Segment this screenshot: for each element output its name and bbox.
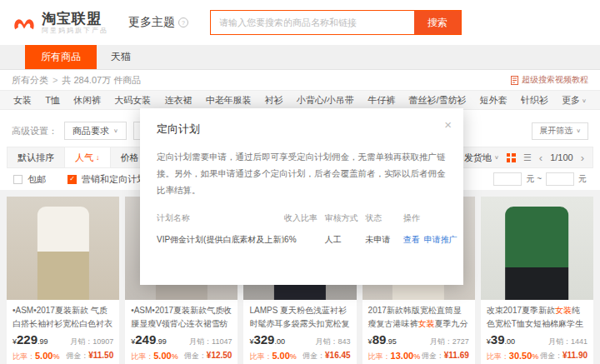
product-title[interactable]: LAMPS 夏天粉色浅蓝衬衫 时髦赤耳多袋露头扣宽松复古长袖上衣女装 bbox=[243, 300, 356, 330]
breadcrumb: 所有分类 > 共 284.07万 件商品 超级搜索视频教程 bbox=[0, 70, 600, 90]
product-price-row: ¥39.00 月销：1441 bbox=[481, 330, 593, 347]
view-link[interactable]: 查看 bbox=[403, 234, 420, 246]
more-categories[interactable]: 更多∨ bbox=[562, 94, 587, 107]
free-shipping-checkbox[interactable] bbox=[13, 175, 22, 184]
product-ratio: 比率：30.50% bbox=[487, 351, 539, 362]
category-item[interactable]: 短外套 bbox=[480, 94, 508, 107]
sales-label: 月销： bbox=[316, 337, 338, 346]
product-requirements-dropdown[interactable]: 商品要求 ∨ bbox=[64, 122, 127, 140]
category-item[interactable]: 女装 bbox=[13, 94, 32, 107]
ratio-value: 13.00 bbox=[391, 351, 414, 361]
chevron-down-icon: ∨ bbox=[582, 97, 587, 102]
list-view-icon[interactable]: ☰ bbox=[523, 152, 532, 163]
ratio-label: 比率： bbox=[131, 352, 153, 361]
logo-title: 淘宝联盟 bbox=[42, 11, 108, 27]
tab-tmall[interactable]: 天猫 bbox=[97, 45, 145, 69]
category-filter-bar: 女装T恤休闲裤大码女装连衣裙中老年服装衬衫小背心/小吊带牛仔裤蕾丝衫/雪纺衫短外… bbox=[0, 90, 600, 110]
search-input[interactable] bbox=[211, 11, 414, 34]
more-categories-label: 更多 bbox=[562, 94, 580, 107]
category-item[interactable]: 牛仔裤 bbox=[368, 94, 395, 107]
product-meta-row: 比率：30.50% 佣金：¥11.90 bbox=[481, 347, 593, 364]
commission-max-input[interactable] bbox=[546, 172, 574, 186]
commission-min-input[interactable] bbox=[493, 172, 522, 186]
ratio-value: 30.50 bbox=[509, 351, 532, 361]
sales-label: 月销： bbox=[548, 337, 571, 346]
product-card[interactable]: 改束2017夏季新款女装纯色宽松T恤女短袖棉麻学生纯色五分袖上衣 ¥39.00 … bbox=[481, 197, 593, 364]
category-item[interactable]: T恤 bbox=[45, 94, 60, 107]
product-price: ¥249.99 bbox=[131, 332, 167, 347]
category-item[interactable]: 中老年服装 bbox=[206, 94, 252, 107]
category-item[interactable]: 大码女装 bbox=[114, 94, 151, 107]
sort-popularity[interactable]: 人气 ↓ bbox=[64, 147, 111, 167]
sales-label: 月销： bbox=[189, 337, 212, 346]
commission-value-wrap: ¥16.45 bbox=[325, 351, 351, 360]
product-title-text: 改束2017夏季新款 bbox=[487, 306, 555, 315]
category-item[interactable]: 连衣裙 bbox=[164, 94, 192, 107]
product-image[interactable] bbox=[481, 197, 593, 300]
ship-from-label: 发货地 bbox=[464, 152, 492, 164]
pagination-next-icon[interactable]: › bbox=[581, 152, 584, 163]
ratio-label: 比率： bbox=[249, 352, 272, 361]
close-icon[interactable]: × bbox=[444, 118, 452, 131]
category-item[interactable]: 小背心/小吊带 bbox=[297, 94, 354, 107]
sales-value: 2727 bbox=[452, 337, 469, 346]
commission-value-wrap: ¥11.50 bbox=[88, 351, 113, 360]
product-ratio: 比率：5.00% bbox=[131, 351, 178, 362]
dialog-title: 定向计划 bbox=[157, 122, 447, 137]
breadcrumb-category[interactable]: 所有分类 bbox=[12, 74, 48, 87]
product-commission: 佣金：¥16.45 bbox=[302, 351, 351, 362]
expand-filter-button[interactable]: 展开筛选 ∨ bbox=[532, 122, 588, 140]
ratio-value: 5.00 bbox=[153, 351, 171, 361]
product-requirements-label: 商品要求 bbox=[72, 125, 109, 137]
plan-table-header: 计划名称 收入比率 审核方式 状态 操作 bbox=[157, 212, 447, 234]
product-title[interactable]: 2017新款韩版宽松直筒显瘦复古港味裤女装夏季九分裤裤子宽款长裤 bbox=[362, 300, 475, 330]
header-income-ratio: 收入比率 bbox=[284, 212, 325, 224]
product-card[interactable]: •ASM•2017夏装新款 气质白搭长袖衬衫宽松白色衬衣休闲上衣女装 ¥229.… bbox=[7, 197, 119, 364]
category-item[interactable]: 休闲裤 bbox=[73, 94, 101, 107]
video-tutorial-link[interactable]: 超级搜索视频教程 bbox=[511, 74, 588, 86]
product-title[interactable]: •ASM•2017夏装新款 气质白搭长袖衬衫宽松白色衬衣休闲上衣女装 bbox=[7, 300, 119, 330]
apply-promotion-link[interactable]: 申请推广 bbox=[424, 234, 458, 246]
plan-table: 计划名称 收入比率 审核方式 状态 操作 VIP佣金计划(提供白底素材及上新通知… bbox=[157, 212, 447, 246]
product-meta-row: 比率：13.00% 佣金：¥11.69 bbox=[362, 347, 475, 364]
ratio-value: 5.00 bbox=[272, 351, 289, 361]
more-topics-link[interactable]: 更多主题 ? bbox=[128, 15, 188, 30]
dialog-description: 定向计划需要申请，通过后即可享受定向计划佣金，无需单独再获取推广链接。另外，如果… bbox=[157, 149, 447, 199]
grid-view-icon[interactable] bbox=[507, 153, 516, 162]
free-shipping-label[interactable]: 包邮 bbox=[28, 173, 46, 186]
tab-all-products[interactable]: 所有商品 bbox=[25, 45, 97, 69]
search-bar: 搜索 bbox=[210, 10, 462, 35]
product-sales: 月销：10907 bbox=[70, 337, 113, 347]
sort-default[interactable]: 默认排序 bbox=[8, 147, 64, 167]
price-integer: 39 bbox=[491, 332, 505, 347]
header: 淘宝联盟 阿里妈妈旗下产品 更多主题 ? 搜索 bbox=[0, 0, 600, 45]
percent-sign: % bbox=[52, 352, 59, 361]
commission-label: 佣金： bbox=[302, 352, 325, 360]
ratio-label: 比率： bbox=[12, 352, 35, 361]
product-commission: 佣金：¥12.50 bbox=[184, 351, 232, 362]
help-circle-icon[interactable]: ? bbox=[178, 17, 188, 27]
product-title[interactable]: 改束2017夏季新款女装纯色宽松T恤女短袖棉麻学生纯色五分袖上衣 bbox=[481, 300, 593, 330]
product-price: ¥329.00 bbox=[249, 332, 285, 347]
ship-from-dropdown[interactable]: 发货地 ∨ bbox=[464, 152, 499, 164]
price-integer: 249 bbox=[135, 332, 156, 347]
marketing-plan-label[interactable]: 营销和定向计划 bbox=[82, 173, 146, 186]
product-title[interactable]: •ASM•2017夏装新款气质收腰显瘦V领背心连衣裙雪纺长裙女装裙子 bbox=[125, 300, 238, 330]
product-sales: 月销：843 bbox=[316, 337, 351, 347]
commission-value: 11.90 bbox=[568, 351, 588, 360]
logo[interactable]: 淘宝联盟 阿里妈妈旗下产品 bbox=[12, 11, 108, 35]
percent-sign: % bbox=[532, 352, 538, 361]
category-item[interactable]: 蕾丝衫/雪纺衫 bbox=[408, 94, 466, 107]
commission-label: 佣金： bbox=[422, 352, 444, 360]
pagination-prev-icon[interactable]: ‹ bbox=[539, 152, 542, 163]
category-item[interactable]: 针织衫 bbox=[521, 94, 548, 107]
product-image[interactable] bbox=[7, 197, 119, 300]
marketing-plan-checkbox[interactable]: ✓ bbox=[68, 175, 77, 184]
search-button[interactable]: 搜索 bbox=[414, 11, 461, 34]
price-integer: 229 bbox=[17, 332, 38, 347]
category-item[interactable]: 衬衫 bbox=[265, 94, 283, 107]
plan-status: 未申请 bbox=[366, 234, 403, 246]
product-meta-row: 比率：5.00% 佣金：¥16.45 bbox=[243, 347, 356, 364]
product-title-text: LAMPS 夏天粉色浅蓝衬衫 时髦赤耳多袋露头扣宽松复古长袖上衣 bbox=[249, 306, 349, 330]
product-price-row: ¥329.00 月销：843 bbox=[243, 330, 356, 347]
